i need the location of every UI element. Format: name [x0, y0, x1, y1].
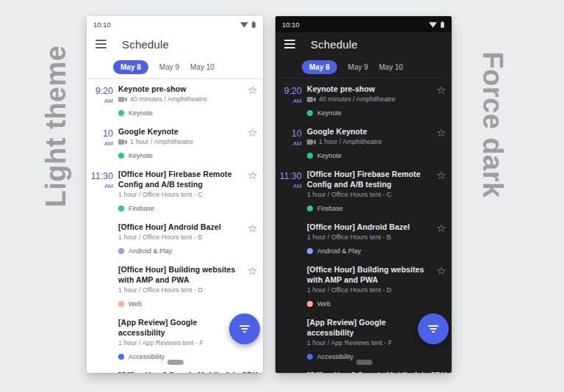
event-meta: 1 hour / App Reviews tent - F [118, 338, 242, 348]
schedule-item[interactable]: 9:20AMKeynote pre-show40 minutes / Amphi… [87, 79, 263, 122]
videocam-icon [118, 139, 127, 145]
tag-dot [307, 153, 313, 159]
event-tag: Keynote [118, 152, 242, 159]
videocam-icon [307, 139, 316, 145]
event-title: [Office Hour] Google Mobile Ads SDK [307, 370, 431, 373]
tag-label: Web [129, 300, 142, 308]
tag-label: Android & Play [317, 247, 361, 255]
event-title: [App Review] Google accessibility [307, 317, 431, 338]
event-time [275, 264, 307, 313]
tab-may-9[interactable]: May 9 [159, 63, 179, 71]
status-time: 10:10 [93, 21, 111, 29]
event-content: [Office Hour] Android Bazel1 hour / Offi… [307, 222, 431, 260]
filter-icon [427, 324, 439, 333]
schedule-item[interactable]: [Office Hour] Google Mobile Ads SDK1 hou… [87, 366, 263, 373]
event-content: [Office Hour] Google Mobile Ads SDK1 hou… [307, 370, 431, 373]
event-time: 9:20AM [275, 84, 307, 122]
tab-may-8[interactable]: May 8 [113, 60, 148, 74]
star-icon[interactable]: ☆ [247, 170, 257, 181]
schedule-item[interactable]: [Office Hour] Android Bazel1 hour / Offi… [87, 217, 263, 260]
event-tag: Android & Play [307, 247, 431, 255]
event-title: [App Review] Google accessibility [118, 317, 242, 338]
app-bar: Schedule [275, 32, 452, 56]
event-meta: 1 hour / App Reviews tent - F [307, 338, 431, 348]
star-icon[interactable]: ☆ [247, 265, 257, 276]
videocam-icon [307, 96, 316, 103]
tag-dot [118, 153, 124, 159]
tab-may-10[interactable]: May 10 [379, 63, 403, 71]
tab-may-9[interactable]: May 9 [348, 63, 368, 71]
event-time [275, 370, 307, 373]
event-time: 10AM [87, 126, 118, 164]
event-title: [Office Hour] Firebase Remote Config and… [118, 169, 242, 189]
header: 10:10 Schedule May 8 May 9 May 10 [87, 16, 263, 78]
tag-label: Web [317, 300, 330, 308]
tag-dot [307, 206, 313, 211]
menu-icon[interactable] [284, 40, 295, 48]
star-icon[interactable]: ☆ [247, 371, 257, 373]
star-icon[interactable]: ☆ [247, 222, 257, 233]
schedule-item[interactable]: [Office Hour] Building websites with AMP… [275, 260, 452, 313]
tag-dot [118, 206, 124, 211]
tab-may-10[interactable]: May 10 [190, 63, 214, 71]
menu-icon[interactable] [95, 40, 106, 48]
schedule-item[interactable]: 11:30AM[Office Hour] Firebase Remote Con… [87, 164, 263, 217]
event-title: Keynote pre-show [307, 84, 431, 94]
wifi-icon [429, 21, 437, 28]
wifi-icon [240, 21, 248, 28]
star-icon[interactable]: ☆ [436, 170, 446, 181]
star-icon[interactable]: ☆ [247, 127, 257, 138]
event-title: [Office Hour] Building websites with AMP… [307, 264, 431, 285]
event-meta: 1 hour / Office Hours tent - D [118, 286, 242, 295]
tab-may-8[interactable]: May 8 [302, 60, 337, 74]
phone-dark-theme: 10:10 Schedule May 8 May 9 May 10 9:20AM… [275, 16, 452, 373]
filter-fab-button[interactable] [418, 313, 449, 344]
schedule-item[interactable]: [Office Hour] Building websites with AMP… [87, 260, 263, 313]
page-title: Schedule [311, 38, 358, 51]
status-icons [240, 21, 256, 29]
tag-label: Firebase [317, 205, 343, 212]
phone-light-theme: 10:10 Schedule May 8 May 9 May 10 9:20AM… [87, 16, 263, 373]
event-content: [Office Hour] Android Bazel1 hour / Offi… [118, 222, 242, 260]
tag-label: Keynote [129, 152, 153, 159]
schedule-item[interactable]: 11:30AM[Office Hour] Firebase Remote Con… [275, 164, 452, 217]
nav-handle[interactable] [167, 360, 184, 365]
star-icon[interactable]: ☆ [436, 265, 446, 276]
tag-dot [118, 110, 124, 116]
tag-label: Accessibility [317, 353, 353, 360]
tag-dot [118, 354, 124, 360]
event-time [87, 370, 118, 373]
nav-handle[interactable] [356, 360, 372, 365]
star-icon[interactable]: ☆ [247, 84, 257, 95]
status-time: 10:10 [282, 21, 300, 29]
event-title: [Office Hour] Firebase Remote Config and… [307, 169, 431, 189]
event-meta: 1 hour / Amphitheatre [307, 137, 431, 147]
schedule-item[interactable]: 10AMGoogle Keynote1 hour / AmphitheatreK… [275, 122, 452, 164]
event-title: Google Keynote [118, 126, 242, 137]
schedule-item[interactable]: [Office Hour] Google Mobile Ads SDK1 hou… [275, 366, 452, 373]
schedule-item[interactable]: [Office Hour] Android Bazel1 hour / Offi… [275, 217, 452, 260]
event-title: [Office Hour] Android Bazel [118, 222, 242, 232]
star-icon[interactable]: ☆ [436, 127, 446, 138]
filter-icon [239, 324, 250, 333]
event-tag: Keynote [307, 152, 431, 159]
battery-icon [251, 21, 256, 29]
schedule-item[interactable]: 10AMGoogle Keynote1 hour / AmphitheatreK… [87, 122, 263, 164]
tag-label: Firebase [129, 205, 154, 212]
star-icon[interactable]: ☆ [436, 84, 446, 95]
star-icon[interactable]: ☆ [436, 222, 446, 233]
event-time [275, 317, 307, 366]
event-tag: Web [307, 300, 431, 308]
star-icon[interactable]: ☆ [436, 371, 446, 373]
event-content: [App Review] Google accessibility1 hour … [307, 317, 431, 366]
schedule-item[interactable]: 9:20AMKeynote pre-show40 minutes / Amphi… [275, 79, 452, 122]
event-title: [Office Hour] Google Mobile Ads SDK [118, 370, 242, 373]
left-caption: Light theme [40, 46, 72, 208]
event-title: [Office Hour] Building websites with AMP… [118, 264, 242, 285]
filter-fab-button[interactable] [229, 313, 260, 344]
event-content: [Office Hour] Firebase Remote Config and… [307, 169, 431, 217]
event-time: 11:30AM [275, 169, 307, 217]
event-meta: 40 minutes / Amphitheatre [307, 95, 431, 104]
event-content: [Office Hour] Google Mobile Ads SDK1 hou… [118, 370, 242, 373]
event-tag: Keynote [118, 109, 242, 117]
